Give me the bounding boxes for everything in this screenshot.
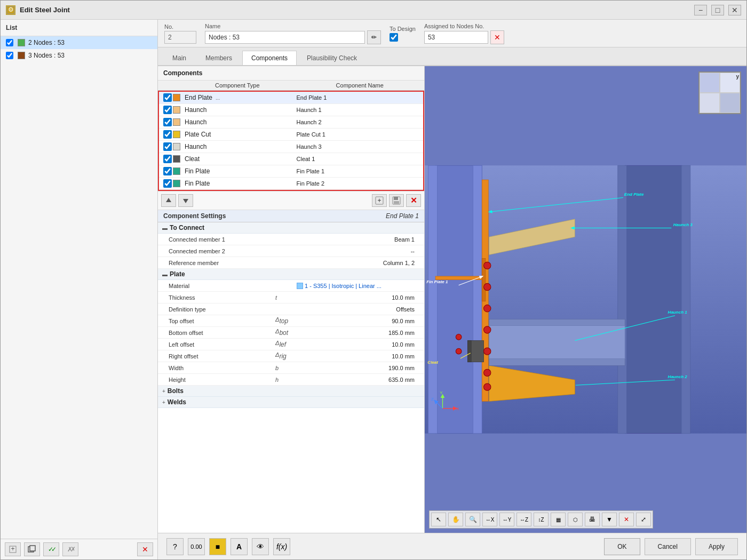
- vp-rotate-z-button[interactable]: ↔Z: [516, 513, 531, 526]
- view-button[interactable]: 👁: [252, 538, 269, 555]
- vp-zoom-button[interactable]: 🔍: [465, 513, 480, 526]
- apply-button[interactable]: Apply: [695, 538, 738, 555]
- svg-marker-11: [183, 199, 188, 203]
- type-col-header: Component Type: [176, 82, 299, 89]
- comp-row-end-plate[interactable]: End Plate ... End Plate 1: [159, 92, 423, 104]
- prop-val-material[interactable]: 1 - S355 | Isotropic | Linear ...: [297, 283, 419, 289]
- svg-text:+: +: [11, 545, 14, 553]
- edit-name-button[interactable]: ✏: [367, 30, 381, 44]
- sidebar-item-2-checkbox[interactable]: [6, 39, 13, 46]
- components-section: Components Component Type Component Name: [158, 66, 424, 210]
- group-plate[interactable]: ▬ Plate: [158, 269, 424, 280]
- check-button[interactable]: ✓✓: [43, 542, 59, 556]
- duplicate-button[interactable]: [24, 542, 40, 556]
- sidebar-item-2[interactable]: 2 Nodes : 53: [1, 36, 157, 49]
- vp-rotate-x-button[interactable]: ↔X: [482, 513, 497, 526]
- comp-row-haunch-3[interactable]: Haunch Haunch 3: [159, 141, 423, 153]
- prop-val-width: 190.0 mm: [297, 365, 419, 371]
- mini-map-y-label: y: [736, 74, 739, 79]
- move-down-button[interactable]: [178, 194, 193, 207]
- minimize-button[interactable]: −: [694, 5, 707, 15]
- prop-sym-left-offset: Δlef: [275, 340, 297, 348]
- text-button[interactable]: A: [231, 538, 248, 555]
- comp-color-cleat: [173, 155, 180, 163]
- comp-row-haunch-2[interactable]: Haunch Haunch 2: [159, 116, 423, 129]
- comp-name-haunch-3: Haunch 3: [297, 143, 420, 150]
- tab-members[interactable]: Members: [196, 51, 241, 65]
- check-col-header: [161, 82, 176, 89]
- comp-type-label-haunch-3: Haunch: [185, 143, 206, 150]
- vp-rotate-z2-button[interactable]: ↕Z: [534, 513, 549, 526]
- help-button[interactable]: ?: [166, 538, 184, 555]
- vp-print-button[interactable]: 🖶: [585, 513, 600, 526]
- comp-check-haunch-3[interactable]: [162, 142, 173, 151]
- 3d-viewport[interactable]: End Plate Haunch 3 Fin Plate 1 Haunch 1 …: [425, 66, 746, 533]
- comp-check-haunch-1[interactable]: [162, 106, 173, 114]
- function-button[interactable]: f(x): [273, 538, 290, 555]
- comp-ellipsis-end-plate[interactable]: ...: [214, 95, 221, 101]
- comp-check-plate-cut[interactable]: [162, 130, 173, 139]
- bottom-left-icons: ? 0.00 ■ A 👁 f(x): [166, 538, 600, 555]
- group-bolts[interactable]: + Bolts: [158, 386, 424, 397]
- vp-rotate-y-button[interactable]: ↔Y: [499, 513, 514, 526]
- mini-map[interactable]: y: [698, 71, 741, 114]
- tab-components[interactable]: Components: [242, 51, 297, 65]
- vp-view1-button[interactable]: ▦: [551, 513, 566, 526]
- comp-type-plate-cut: Plate Cut: [173, 131, 297, 138]
- tab-plausibility-check[interactable]: Plausibility Check: [298, 51, 366, 65]
- to-design-group: To Design: [390, 26, 416, 42]
- add-component-button[interactable]: +: [372, 194, 387, 207]
- move-up-button[interactable]: [161, 194, 176, 207]
- ok-button[interactable]: OK: [604, 538, 640, 555]
- color-button[interactable]: ■: [209, 538, 226, 555]
- comp-check-fin-plate-1[interactable]: [162, 167, 173, 175]
- vp-expand-button[interactable]: ⤢: [636, 513, 651, 526]
- comp-color-end-plate: [173, 94, 180, 101]
- comp-check-haunch-2[interactable]: [162, 118, 173, 126]
- group-welds-label: Welds: [168, 398, 186, 406]
- close-button[interactable]: ✕: [728, 5, 741, 15]
- vp-close-view-button[interactable]: ✕: [619, 513, 634, 526]
- prop-left-offset: Left offset Δlef 10.0 mm: [158, 339, 424, 350]
- sidebar-item-3[interactable]: 3 Nodes : 53: [1, 49, 157, 62]
- group-welds[interactable]: + Welds: [158, 397, 424, 408]
- name-input[interactable]: [205, 31, 365, 44]
- name-field-group: Name ✏: [205, 23, 381, 44]
- to-design-checkbox[interactable]: [390, 33, 398, 42]
- sidebar-item-3-checkbox[interactable]: [6, 52, 13, 59]
- comp-row-fin-plate-1[interactable]: Fin Plate Fin Plate 1: [159, 165, 423, 178]
- svg-text:Haunch 1: Haunch 1: [668, 310, 688, 315]
- group-plate-expand-icon: ▬: [162, 271, 168, 277]
- uncheck-button[interactable]: ✗✗: [62, 542, 78, 556]
- cancel-button[interactable]: Cancel: [645, 538, 691, 555]
- tab-main[interactable]: Main: [163, 51, 195, 65]
- svg-text:End Plate: End Plate: [624, 192, 644, 197]
- clear-assigned-button[interactable]: ✕: [490, 30, 504, 44]
- prop-val-height: 635.0 mm: [297, 377, 419, 383]
- comp-row-plate-cut[interactable]: Plate Cut Plate Cut 1: [159, 129, 423, 141]
- sidebar-item-3-label: 3 Nodes : 53: [28, 52, 65, 59]
- vp-view2-button[interactable]: ⬡: [568, 513, 583, 526]
- delete-node-button[interactable]: ✕: [137, 542, 153, 556]
- comp-check-end-plate[interactable]: [162, 93, 173, 102]
- group-to-connect[interactable]: ▬ To Connect: [158, 222, 424, 234]
- svg-text:+: +: [377, 197, 381, 204]
- comp-row-haunch-1[interactable]: Haunch Haunch 1: [159, 104, 423, 116]
- svg-rect-25: [435, 276, 483, 280]
- maximize-button[interactable]: □: [711, 5, 724, 15]
- comp-row-cleat[interactable]: Cleat Cleat 1: [159, 153, 423, 165]
- add-node-button[interactable]: +: [5, 542, 21, 556]
- assigned-input[interactable]: [424, 31, 488, 44]
- comp-color-fin-plate-1: [173, 167, 180, 175]
- vp-render-button[interactable]: ▼: [602, 513, 617, 526]
- vp-cursor-button[interactable]: ↖: [431, 513, 446, 526]
- prop-right-offset: Right offset Δrig 10.0 mm: [158, 350, 424, 362]
- comp-check-fin-plate-2[interactable]: [162, 179, 173, 188]
- save-component-button[interactable]: [389, 194, 404, 207]
- no-input[interactable]: [164, 31, 196, 44]
- remove-component-button[interactable]: ✕: [406, 194, 421, 207]
- comp-row-fin-plate-2[interactable]: Fin Plate Fin Plate 2: [159, 178, 423, 190]
- zero-button[interactable]: 0.00: [188, 538, 205, 555]
- comp-check-cleat[interactable]: [162, 155, 173, 163]
- vp-hand-button[interactable]: ✋: [448, 513, 463, 526]
